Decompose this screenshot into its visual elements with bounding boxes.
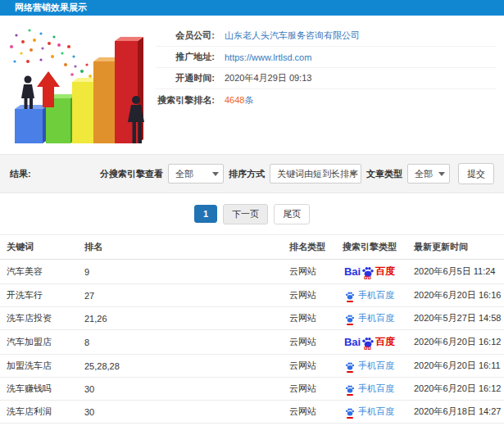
result-label: 结果: bbox=[10, 168, 31, 180]
promo-url-label: 推广地址: bbox=[156, 51, 215, 63]
mobile-baidu-text: 手机百度 bbox=[358, 312, 394, 324]
update-time-cell: 2020年6月18日 14:30 bbox=[407, 424, 504, 426]
table-row: 洗车赚钱吗30云网站手机百度2020年6月20日 16:12 bbox=[0, 378, 504, 401]
rank-cell[interactable]: 30 bbox=[78, 401, 283, 424]
sort-value: 关键词由短到长排序 bbox=[277, 169, 358, 179]
article-type-select[interactable]: 全部 bbox=[407, 164, 450, 184]
promo-url-link[interactable]: https://www.lrtlsd.com bbox=[225, 52, 311, 62]
mobile-baidu-text: 手机百度 bbox=[358, 289, 394, 301]
rank-cell[interactable]: 27 bbox=[78, 284, 283, 307]
rank-cell[interactable]: 3 bbox=[78, 424, 283, 426]
baidu-du-text: du bbox=[364, 345, 371, 351]
results-table: 关键词 排名 排名类型 搜索引擎类型 最新更新时间 汽车美容9云网站Baidu百… bbox=[0, 234, 504, 426]
table-row: 洗车店加盟3云网站Baidu百度2020年6月18日 14:30 bbox=[0, 424, 504, 426]
info-row-rank-count: 搜索引擎排名: 4648条 bbox=[156, 89, 496, 111]
sort-label: 排序方式 bbox=[229, 168, 265, 180]
mobile-baidu-logo: 手机百度 bbox=[345, 289, 394, 301]
mobile-baidu-text: 手机百度 bbox=[358, 360, 394, 372]
article-type-value: 全部 bbox=[415, 169, 433, 179]
engine-filter-select[interactable]: 全部 bbox=[168, 164, 224, 184]
next-page-button[interactable]: 下一页 bbox=[223, 204, 268, 224]
keyword-cell: 汽车美容 bbox=[0, 260, 78, 284]
page-1-button[interactable]: 1 bbox=[194, 205, 217, 223]
header-keyword: 关键词 bbox=[0, 235, 78, 260]
bar-chart-illustration bbox=[5, 22, 154, 152]
baidu-cn-text: 百度 bbox=[375, 265, 395, 279]
header-rank-type: 排名类型 bbox=[283, 235, 332, 260]
rank-cell[interactable]: 30 bbox=[78, 378, 283, 401]
engine-type-cell: 手机百度 bbox=[332, 401, 407, 424]
rank-cell[interactable]: 8 bbox=[78, 330, 283, 355]
header-rank: 排名 bbox=[78, 235, 283, 260]
table-row: 加盟洗车店25,28,28云网站手机百度2020年6月20日 16:11 bbox=[0, 355, 504, 378]
member-info-panel: 会员公司: 山东老人头汽车服务咨询有限公司 推广地址: https://www.… bbox=[156, 25, 496, 154]
engine-type-cell: Baidu百度 bbox=[332, 260, 407, 284]
engine-type-cell: 手机百度 bbox=[332, 378, 407, 401]
results-table-body: 汽车美容9云网站Baidu百度2020年6月5日 11:24开洗车行27云网站手… bbox=[0, 260, 504, 426]
submit-button[interactable]: 提交 bbox=[458, 163, 494, 184]
engine-filter-label: 分搜索引擎查看 bbox=[100, 168, 163, 180]
baidu-logo: Baidu百度 bbox=[344, 265, 395, 279]
3d-bars bbox=[15, 37, 143, 143]
last-page-button[interactable]: 尾页 bbox=[274, 204, 310, 224]
engine-type-cell: Baidu百度 bbox=[332, 330, 407, 355]
baidu-bai-text: Bai bbox=[344, 336, 361, 348]
rank-type-cell: 云网站 bbox=[283, 401, 332, 424]
mobile-baidu-logo: 手机百度 bbox=[345, 406, 394, 418]
rank-type-cell: 云网站 bbox=[283, 260, 332, 284]
engine-type-cell: Baidu百度 bbox=[332, 424, 407, 426]
mobile-baidu-text: 手机百度 bbox=[358, 383, 394, 395]
company-link[interactable]: 山东老人头汽车服务咨询有限公司 bbox=[225, 30, 360, 40]
header-engine-type: 搜索引擎类型 bbox=[332, 235, 407, 260]
engine-type-cell: 手机百度 bbox=[332, 284, 407, 307]
info-row-company: 会员公司: 山东老人头汽车服务咨询有限公司 bbox=[156, 25, 496, 47]
open-time-value: 2020年4月29日 09:13 bbox=[225, 72, 311, 84]
mobile-baidu-logo: 手机百度 bbox=[345, 312, 394, 324]
header-update-time: 最新更新时间 bbox=[407, 235, 504, 260]
rank-count-label: 搜索引擎排名: bbox=[156, 94, 215, 106]
chevron-down-icon bbox=[350, 172, 356, 176]
rank-type-cell: 云网站 bbox=[283, 355, 332, 378]
company-label: 会员公司: bbox=[156, 29, 215, 42]
update-time-cell: 2020年5月27日 14:58 bbox=[407, 307, 504, 330]
table-row: 洗车店投资21,26云网站手机百度2020年5月27日 14:58 bbox=[0, 307, 504, 330]
rank-count-number: 4648 bbox=[225, 95, 244, 105]
mobile-baidu-logo: 手机百度 bbox=[345, 360, 394, 372]
engine-type-cell: 手机百度 bbox=[332, 355, 407, 378]
rank-type-cell: 云网站 bbox=[283, 424, 332, 426]
mobile-baidu-paw-icon bbox=[345, 314, 355, 324]
chevron-down-icon bbox=[438, 172, 445, 176]
baidu-paw-icon: du bbox=[361, 336, 375, 349]
mobile-baidu-text: 手机百度 bbox=[358, 406, 394, 418]
baidu-du-text: du bbox=[364, 274, 371, 280]
filter-bar: 结果: 分搜索引擎查看 全部 排序方式 关键词由短到长排序 文章类型 全部 提交 bbox=[0, 154, 504, 193]
pagination: 1 下一页 尾页 bbox=[0, 204, 504, 224]
rank-cell[interactable]: 25,28,28 bbox=[78, 355, 283, 378]
mobile-baidu-paw-icon bbox=[345, 384, 355, 394]
article-type-label: 文章类型 bbox=[366, 168, 402, 180]
table-header-row: 关键词 排名 排名类型 搜索引擎类型 最新更新时间 bbox=[0, 235, 504, 260]
update-time-cell: 2020年6月20日 16:16 bbox=[407, 284, 504, 307]
keyword-cell: 洗车店投资 bbox=[0, 307, 78, 330]
rank-cell[interactable]: 21,26 bbox=[78, 307, 283, 330]
baidu-cn-text: 百度 bbox=[375, 335, 395, 349]
rank-count-unit: 条 bbox=[244, 95, 253, 105]
baidu-paw-icon: du bbox=[361, 265, 375, 279]
keyword-cell: 洗车赚钱吗 bbox=[0, 378, 78, 401]
info-row-open-time: 开通时间: 2020年4月29日 09:13 bbox=[156, 68, 496, 89]
table-row: 汽车加盟店8云网站Baidu百度2020年6月20日 16:12 bbox=[0, 330, 504, 355]
update-time-cell: 2020年6月20日 16:11 bbox=[407, 355, 504, 378]
open-time-label: 开通时间: bbox=[156, 72, 215, 84]
rank-cell[interactable]: 9 bbox=[78, 260, 283, 284]
mobile-baidu-logo: 手机百度 bbox=[345, 383, 394, 395]
update-time-cell: 2020年6月20日 16:12 bbox=[407, 378, 504, 401]
rank-type-cell: 云网站 bbox=[283, 330, 332, 355]
info-row-url: 推广地址: https://www.lrtlsd.com bbox=[156, 47, 496, 68]
keyword-cell: 开洗车行 bbox=[0, 284, 78, 307]
keyword-cell: 加盟洗车店 bbox=[0, 355, 78, 378]
mobile-baidu-paw-icon bbox=[345, 407, 355, 417]
sort-select[interactable]: 关键词由短到长排序 bbox=[270, 164, 361, 184]
keyword-cell: 洗车店利润 bbox=[0, 401, 78, 424]
top-section: 会员公司: 山东老人头汽车服务咨询有限公司 推广地址: https://www.… bbox=[0, 16, 504, 154]
mobile-baidu-paw-icon bbox=[345, 361, 355, 371]
